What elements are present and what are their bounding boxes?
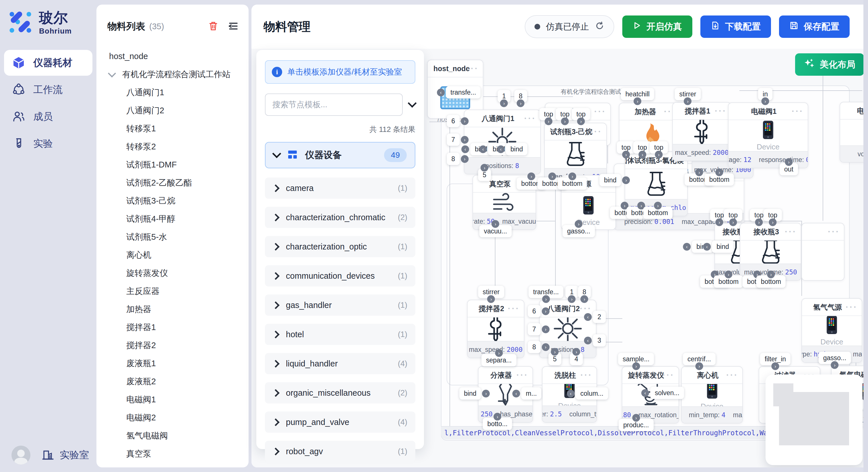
port-dot-icon[interactable]: › (551, 348, 559, 356)
node-menu-icon[interactable]: ··· (846, 302, 858, 312)
sidebar-item-instruments[interactable]: 仪器耗材 (4, 50, 92, 76)
node-menu-icon[interactable]: ··· (516, 370, 528, 380)
tree-item[interactable]: 主反应器 (109, 282, 249, 300)
port-dot-icon[interactable]: › (572, 348, 580, 356)
port-dot-icon[interactable]: › (577, 117, 585, 125)
collapse-list-icon[interactable] (227, 20, 239, 33)
port-dot-icon[interactable]: › (461, 136, 468, 144)
port-dot-icon[interactable]: ‹ (497, 145, 505, 153)
sim-status-pill[interactable]: 仿真已停止 (525, 15, 614, 38)
port-pill[interactable]: gasso...› (818, 352, 851, 364)
port-dot-icon[interactable]: › (575, 220, 582, 228)
group-instruments[interactable]: 仪器设备 49 (265, 142, 415, 168)
port-dot-icon[interactable]: › (633, 98, 641, 105)
category-pump_and_valve[interactable]: pump_and_valve(4) (265, 411, 415, 433)
start-simulation-button[interactable]: 开启仿真 (622, 15, 692, 38)
port-dot-icon[interactable]: › (561, 117, 569, 125)
category-gas_handler[interactable]: gas_handler(1) (265, 295, 415, 316)
port-pill[interactable]: solven...‹ (650, 387, 684, 399)
canvas-node-centrifuge[interactable]: 离心机···Devicetemp: 40min_temp: 4max_speed… (681, 366, 743, 424)
port-dot-icon[interactable]: ‹ (683, 243, 691, 250)
category-camera[interactable]: camera(1) (265, 177, 415, 199)
port-dot-icon[interactable]: › (632, 363, 640, 370)
tree-item[interactable]: 试剂瓶1-DMF (109, 156, 249, 174)
tree-item[interactable]: 搅拌器2 (109, 336, 249, 355)
port-dot-icon[interactable]: › (695, 363, 703, 370)
port-dot-icon[interactable]: › (622, 176, 630, 184)
category-communication_devices[interactable]: communication_devices(1) (265, 265, 415, 286)
port-dot-icon[interactable]: › (695, 169, 703, 176)
sidebar-item-workflow[interactable]: 工作流 (4, 77, 92, 103)
avatar[interactable] (11, 446, 30, 465)
port-pill[interactable]: sample...› (618, 353, 654, 365)
tree-item[interactable]: 试剂瓶3-己烷 (109, 192, 249, 210)
port-dot-icon[interactable]: › (491, 220, 499, 228)
node-menu-icon[interactable]: ··· (590, 127, 602, 136)
tree-item[interactable]: 转移泵2 (109, 138, 249, 156)
port-dot-icon[interactable]: › (487, 295, 495, 303)
port-dot-icon[interactable]: › (769, 218, 776, 226)
port-pill[interactable]: bottom› (705, 173, 734, 186)
port-pill[interactable]: colum...‹ (576, 387, 608, 400)
port-pill[interactable]: 1› (565, 286, 578, 298)
tree-item[interactable]: 离心机 (109, 246, 249, 264)
port-dot-icon[interactable]: ‹ (437, 89, 445, 96)
tree-item[interactable]: 搅拌器1 (109, 318, 249, 336)
canvas-node-solenoid1[interactable]: 电磁阀1···Devicevoltage: 12response_time: 0… (728, 102, 808, 168)
port-dot-icon[interactable]: ‹ (641, 389, 649, 397)
port-dot-icon[interactable]: › (831, 361, 838, 369)
canvas-node-receiver_x[interactable]: ··· (801, 223, 844, 281)
port-pill[interactable]: 8› (528, 341, 541, 353)
port-dot-icon[interactable]: › (715, 169, 723, 176)
port-dot-icon[interactable]: ‹ (513, 390, 520, 398)
port-dot-icon[interactable]: ‹ (584, 313, 592, 321)
port-dot-icon[interactable]: › (755, 218, 763, 226)
tree-item[interactable]: 八通阀门1 (109, 83, 249, 102)
port-pill[interactable]: 1› (498, 90, 510, 102)
port-dot-icon[interactable]: › (568, 173, 576, 180)
port-dot-icon[interactable]: › (622, 151, 630, 159)
port-pill[interactable]: 2‹ (593, 311, 606, 323)
port-dot-icon[interactable]: › (654, 202, 662, 210)
port-pill[interactable]: top› (572, 108, 590, 121)
port-dot-icon[interactable]: › (480, 164, 488, 172)
port-pill[interactable]: 3‹ (593, 334, 606, 347)
category-characterization_optic[interactable]: characterization_optic(1) (265, 236, 415, 257)
port-pill[interactable]: 5› (549, 353, 561, 365)
port-pill[interactable]: 5› (478, 169, 491, 181)
node-menu-icon[interactable]: ··· (524, 113, 536, 123)
port-dot-icon[interactable]: › (655, 151, 662, 159)
refresh-icon[interactable] (595, 21, 604, 33)
port-dot-icon[interactable]: › (580, 295, 588, 303)
category-robot_agv[interactable]: robot_agv(1) (265, 441, 415, 462)
port-dot-icon[interactable]: ‹ (461, 145, 469, 153)
port-pill[interactable]: 6› (528, 305, 541, 317)
port-dot-icon[interactable]: › (517, 100, 524, 107)
port-dot-icon[interactable]: ‹ (479, 145, 487, 153)
tree-item[interactable]: 电磁阀2 (109, 409, 249, 427)
port-pill[interactable]: transfe...› (528, 286, 563, 298)
port-pill[interactable]: 8› (447, 153, 460, 165)
node-menu-icon[interactable]: ··· (792, 106, 804, 116)
port-dot-icon[interactable]: › (500, 100, 508, 107)
tree-item[interactable]: 试剂瓶5-水 (109, 228, 249, 246)
category-liquid_handler[interactable]: liquid_handler(4) (265, 353, 415, 374)
port-dot-icon[interactable]: › (548, 173, 556, 180)
port-dot-icon[interactable]: › (715, 218, 723, 226)
sidebar-item-members[interactable]: 成员 (4, 104, 92, 130)
node-menu-icon[interactable]: ··· (580, 304, 592, 313)
port-pill[interactable]: in› (758, 88, 772, 100)
port-pill[interactable]: top› (650, 141, 668, 154)
node-menu-icon[interactable]: ··· (467, 64, 479, 73)
chevron-down-icon[interactable] (108, 69, 116, 77)
beautify-layout-button[interactable]: 美化布局 (795, 53, 864, 76)
search-input[interactable] (265, 94, 403, 116)
tree-item[interactable]: 加热器 (109, 300, 249, 318)
sidebar-item-experiment[interactable]: 实验 (4, 131, 92, 157)
download-config-button[interactable]: 下载配置 (701, 15, 771, 38)
port-dot-icon[interactable]: › (482, 390, 490, 398)
node-menu-icon[interactable]: ··· (662, 370, 675, 380)
tree-item[interactable]: 转移泵1 (109, 120, 249, 138)
port-pill[interactable]: transfe...‹ (446, 86, 480, 99)
port-pill[interactable]: out› (780, 163, 798, 175)
